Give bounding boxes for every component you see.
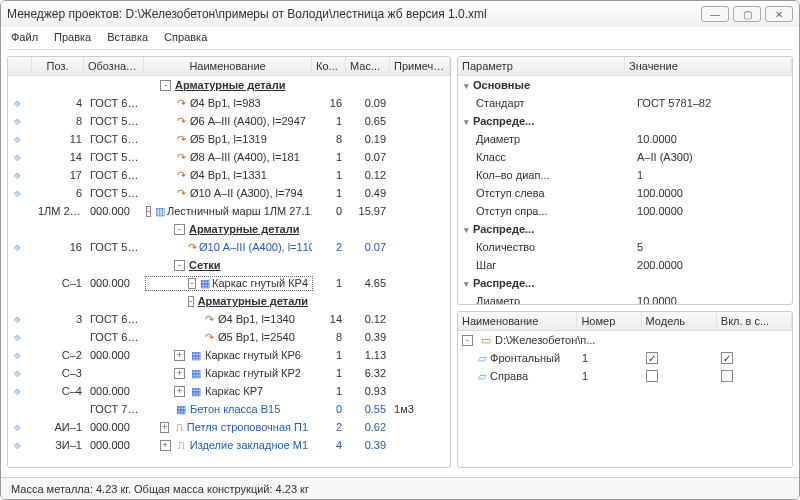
table-row[interactable]: ⎆АИ–1000.000+⎍Петля строповочная П120.62: [8, 418, 450, 436]
item-glyph-icon: ▦: [174, 403, 188, 416]
table-row[interactable]: ⎆С–2000.000+▦Каркас гнутый КР611.13: [8, 346, 450, 364]
property-row[interactable]: Основные: [458, 76, 792, 94]
col-vmodel[interactable]: Модель: [642, 312, 717, 330]
col-pr[interactable]: Примечан...: [390, 57, 450, 75]
col-m[interactable]: Мас...: [346, 57, 390, 75]
col-value[interactable]: Значение: [625, 57, 792, 75]
row-icon: ⎆: [10, 330, 34, 344]
close-button[interactable]: ✕: [765, 6, 793, 22]
col-k[interactable]: Ко...: [312, 57, 346, 75]
table-row[interactable]: ⎆3ГОСТ 67...↷Ø4 Вр1, l=1340140.12: [8, 310, 450, 328]
table-row[interactable]: 1ЛМ 27.11.1...000.000-▥Лестничный марш 1…: [8, 202, 450, 220]
table-row[interactable]: ⎆16ГОСТ 57...↷Ø10 А–III (А400), l=11020.…: [8, 238, 450, 256]
col-ob[interactable]: Обозначен...: [84, 57, 144, 75]
item-glyph-icon: ↷: [174, 133, 188, 146]
status-text: Масса металла: 4.23 кг. Общая масса конс…: [11, 483, 309, 495]
row-icon: ⎆: [10, 240, 34, 254]
expand-icon[interactable]: -: [462, 335, 473, 346]
table-row[interactable]: ⎆ГОСТ 67...↷Ø5 Вр1, l=254080.39: [8, 328, 450, 346]
row-icon: ⎆: [10, 168, 34, 182]
expand-icon[interactable]: -: [188, 296, 194, 307]
item-glyph-icon: ↷: [174, 187, 188, 200]
views-panel: Наименование Номер Модель Вкл. в с... -▭…: [457, 311, 793, 468]
property-row[interactable]: Диаметр10.0000: [458, 130, 792, 148]
table-row[interactable]: -Арматурные детали: [8, 76, 450, 94]
property-row[interactable]: Шаг200.0000: [458, 256, 792, 274]
view-row[interactable]: ▱ Справа1: [458, 367, 792, 385]
expand-icon[interactable]: -: [146, 206, 151, 217]
property-row[interactable]: Отступ слева100.0000: [458, 184, 792, 202]
item-glyph-icon: ↷: [174, 115, 188, 128]
table-row[interactable]: ⎆6ГОСТ 57...↷Ø10 А–II (А300), l=79410.49: [8, 184, 450, 202]
row-icon: ⎆: [10, 132, 34, 146]
property-row[interactable]: Распреде...: [458, 112, 792, 130]
table-row[interactable]: ⎆С–3+▦Каркас гнутый КР216.32: [8, 364, 450, 382]
item-glyph-icon: ↷: [174, 97, 188, 110]
col-pos[interactable]: Поз.: [32, 57, 84, 75]
row-icon: ⎆: [10, 96, 34, 110]
col-name[interactable]: Наименование: [144, 57, 312, 75]
table-row[interactable]: ⎆С–4000.000+▦Каркас КР710.93: [8, 382, 450, 400]
minimize-button[interactable]: ―: [701, 6, 729, 22]
item-glyph-icon: ▦: [189, 385, 203, 398]
expand-icon[interactable]: +: [160, 440, 171, 451]
expand-icon[interactable]: +: [174, 386, 185, 397]
properties-body[interactable]: ОсновныеСтандартГОСТ 5781–82Распреде...Д…: [458, 76, 792, 304]
table-row[interactable]: ГОСТ 74...▦Бетон класса В1500.551м3: [8, 400, 450, 418]
expand-icon[interactable]: +: [174, 350, 185, 361]
property-row[interactable]: Отступ спра...100.0000: [458, 202, 792, 220]
table-row[interactable]: -Сетки: [8, 256, 450, 274]
menu-file[interactable]: Файл: [11, 31, 38, 43]
table-row[interactable]: -Арматурные детали: [8, 220, 450, 238]
item-glyph-icon: ▦: [189, 367, 203, 380]
window-title: Менеджер проектов: D:\Железобетон\пример…: [7, 7, 697, 21]
row-icon: ⎆: [10, 438, 34, 452]
col-param[interactable]: Параметр: [458, 57, 625, 75]
item-glyph-icon: ⎍: [175, 439, 188, 451]
checkbox[interactable]: ✓: [721, 352, 733, 364]
menu-insert[interactable]: Вставка: [107, 31, 148, 43]
property-row[interactable]: Распреде...: [458, 274, 792, 292]
property-row[interactable]: Распреде...: [458, 220, 792, 238]
table-row[interactable]: -Арматурные детали: [8, 292, 450, 310]
expand-icon[interactable]: -: [174, 224, 185, 235]
col-vinc[interactable]: Вкл. в с...: [717, 312, 792, 330]
checkbox[interactable]: ✓: [646, 352, 658, 364]
checkbox[interactable]: [646, 370, 658, 382]
expand-icon[interactable]: -: [160, 80, 171, 91]
table-row[interactable]: ⎆4ГОСТ 67...↷Ø4 Вр1, l=983160.09: [8, 94, 450, 112]
table-row[interactable]: ⎆17ГОСТ 67...↷Ø4 Вр1, l=133110.12: [8, 166, 450, 184]
menu-edit[interactable]: Правка: [54, 31, 91, 43]
expand-icon[interactable]: -: [188, 278, 196, 289]
menu-help[interactable]: Справка: [164, 31, 207, 43]
expand-icon[interactable]: +: [174, 368, 185, 379]
expand-icon[interactable]: -: [174, 260, 185, 271]
property-row[interactable]: Количество5: [458, 238, 792, 256]
properties-panel: Параметр Значение ОсновныеСтандартГОСТ 5…: [457, 56, 793, 305]
checkbox[interactable]: [721, 370, 733, 382]
expand-icon[interactable]: +: [160, 422, 169, 433]
view-row[interactable]: -▭ D:\Железобетон\п...: [458, 331, 792, 349]
row-icon: ⎆: [10, 384, 34, 398]
table-row[interactable]: ⎆11ГОСТ 67...↷Ø5 Вр1, l=131980.19: [8, 130, 450, 148]
tree-body[interactable]: -Арматурные детали⎆4ГОСТ 67...↷Ø4 Вр1, l…: [8, 76, 450, 467]
table-row[interactable]: С–1000.000-▦Каркас гнутый КР414.65: [8, 274, 450, 292]
table-row[interactable]: ⎆8ГОСТ 57...↷Ø6 А–III (А400), l=294710.6…: [8, 112, 450, 130]
table-row[interactable]: ⎆14ГОСТ 57...↷Ø8 А–III (А400), l=18110.0…: [8, 148, 450, 166]
view-row[interactable]: ▱ Фронтальный1✓✓: [458, 349, 792, 367]
item-glyph-icon: ↷: [188, 241, 197, 254]
property-row[interactable]: Кол–во диап...1: [458, 166, 792, 184]
property-row[interactable]: СтандартГОСТ 5781–82: [458, 94, 792, 112]
menubar: Файл Правка Вставка Справка: [1, 27, 799, 47]
col-vnum[interactable]: Номер: [577, 312, 641, 330]
row-icon: ⎆: [10, 186, 34, 200]
views-body[interactable]: -▭ D:\Железобетон\п...▱ Фронтальный1✓✓▱ …: [458, 331, 792, 467]
row-icon: ⎆: [10, 312, 34, 326]
row-icon: ⎆: [10, 366, 34, 380]
tree-panel: Поз. Обозначен... Наименование Ко... Мас…: [7, 56, 451, 468]
property-row[interactable]: Диаметр10.0000: [458, 292, 792, 304]
maximize-button[interactable]: ▢: [733, 6, 761, 22]
table-row[interactable]: ⎆ЗИ–1000.000+⎍Изделие закладное М140.39: [8, 436, 450, 454]
col-vname[interactable]: Наименование: [458, 312, 577, 330]
property-row[interactable]: КлассА–II (А300): [458, 148, 792, 166]
